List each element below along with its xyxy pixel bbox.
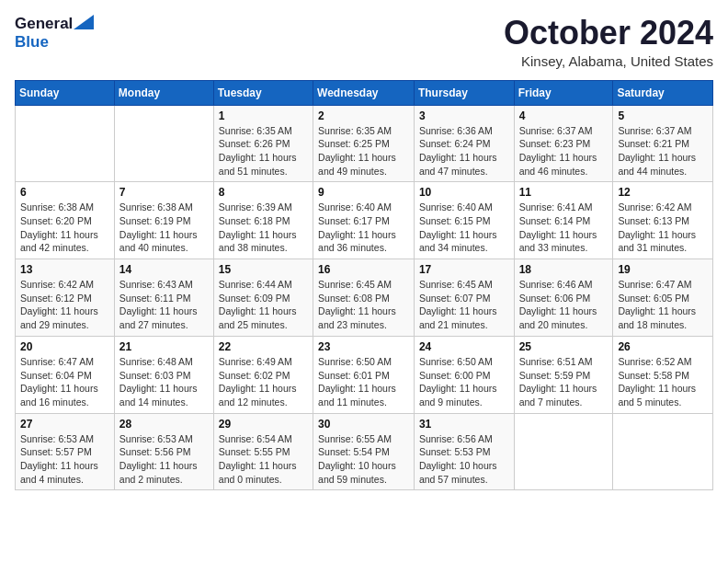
day-number: 8 [219, 186, 308, 199]
col-friday: Friday [514, 80, 613, 105]
calendar-day-cell: 29Sunrise: 6:54 AM Sunset: 5:55 PM Dayli… [213, 413, 313, 490]
day-number: 17 [419, 263, 509, 276]
logo-blue-text: Blue [15, 33, 49, 51]
col-saturday: Saturday [613, 80, 713, 105]
calendar-day-cell: 1Sunrise: 6:35 AM Sunset: 6:26 PM Daylig… [213, 105, 313, 182]
calendar-week-row: 13Sunrise: 6:42 AM Sunset: 6:12 PM Dayli… [16, 259, 713, 337]
day-number: 20 [20, 340, 109, 353]
day-number: 28 [119, 418, 209, 431]
calendar-week-row: 1Sunrise: 6:35 AM Sunset: 6:26 PM Daylig… [16, 105, 713, 182]
calendar-day-cell: 14Sunrise: 6:43 AM Sunset: 6:11 PM Dayli… [114, 259, 213, 337]
calendar-day-cell: 17Sunrise: 6:45 AM Sunset: 6:07 PM Dayli… [414, 259, 514, 337]
day-number: 26 [618, 340, 708, 353]
calendar-day-cell: 27Sunrise: 6:53 AM Sunset: 5:57 PM Dayli… [16, 413, 115, 490]
calendar-day-cell: 26Sunrise: 6:52 AM Sunset: 5:58 PM Dayli… [613, 336, 713, 413]
calendar-day-cell: 15Sunrise: 6:44 AM Sunset: 6:09 PM Dayli… [213, 259, 313, 337]
day-number: 31 [419, 418, 509, 431]
calendar-day-cell: 30Sunrise: 6:55 AM Sunset: 5:54 PM Dayli… [313, 413, 415, 490]
calendar-day-cell: 24Sunrise: 6:50 AM Sunset: 6:00 PM Dayli… [414, 336, 514, 413]
day-info: Sunrise: 6:38 AM Sunset: 6:20 PM Dayligh… [20, 201, 109, 255]
month-title: October 2024 [504, 15, 713, 52]
day-info: Sunrise: 6:38 AM Sunset: 6:19 PM Dayligh… [119, 201, 209, 255]
day-info: Sunrise: 6:35 AM Sunset: 6:25 PM Dayligh… [318, 124, 409, 178]
day-info: Sunrise: 6:44 AM Sunset: 6:09 PM Dayligh… [219, 278, 308, 332]
col-monday: Monday [114, 80, 213, 105]
calendar-day-cell: 9Sunrise: 6:40 AM Sunset: 6:17 PM Daylig… [313, 182, 415, 259]
day-number: 6 [20, 186, 109, 199]
day-number: 24 [419, 340, 509, 353]
day-info: Sunrise: 6:53 AM Sunset: 5:56 PM Dayligh… [119, 432, 209, 487]
day-info: Sunrise: 6:48 AM Sunset: 6:03 PM Dayligh… [119, 355, 209, 409]
calendar-day-cell [613, 413, 713, 490]
calendar-day-cell: 28Sunrise: 6:53 AM Sunset: 5:56 PM Dayli… [114, 413, 213, 490]
day-info: Sunrise: 6:40 AM Sunset: 6:15 PM Dayligh… [419, 201, 509, 255]
calendar-day-cell: 7Sunrise: 6:38 AM Sunset: 6:19 PM Daylig… [114, 182, 213, 259]
page-header: General Blue October 2024 Kinsey, Alabam… [15, 15, 713, 69]
calendar-day-cell: 13Sunrise: 6:42 AM Sunset: 6:12 PM Dayli… [16, 259, 115, 337]
calendar-day-cell: 16Sunrise: 6:45 AM Sunset: 6:08 PM Dayli… [313, 259, 415, 337]
location-subtitle: Kinsey, Alabama, United States [504, 53, 713, 69]
day-number: 21 [119, 340, 209, 353]
day-number: 16 [318, 263, 409, 276]
calendar-day-cell: 5Sunrise: 6:37 AM Sunset: 6:21 PM Daylig… [613, 105, 713, 182]
day-number: 3 [419, 109, 509, 122]
logo-general-text: General [15, 15, 73, 33]
day-number: 30 [318, 418, 409, 431]
day-info: Sunrise: 6:36 AM Sunset: 6:24 PM Dayligh… [419, 124, 509, 178]
day-number: 22 [219, 340, 308, 353]
day-number: 2 [318, 109, 409, 122]
calendar-day-cell: 21Sunrise: 6:48 AM Sunset: 6:03 PM Dayli… [114, 336, 213, 413]
day-info: Sunrise: 6:37 AM Sunset: 6:21 PM Dayligh… [618, 124, 708, 178]
col-sunday: Sunday [16, 80, 115, 105]
calendar-table: Sunday Monday Tuesday Wednesday Thursday… [15, 80, 713, 491]
day-number: 18 [519, 263, 609, 276]
day-number: 29 [219, 418, 308, 431]
logo-arrow-icon [74, 15, 94, 29]
calendar-week-row: 6Sunrise: 6:38 AM Sunset: 6:20 PM Daylig… [16, 182, 713, 259]
calendar-day-cell: 8Sunrise: 6:39 AM Sunset: 6:18 PM Daylig… [213, 182, 313, 259]
day-info: Sunrise: 6:55 AM Sunset: 5:54 PM Dayligh… [318, 432, 409, 487]
day-info: Sunrise: 6:46 AM Sunset: 6:06 PM Dayligh… [519, 278, 609, 332]
calendar-day-cell: 12Sunrise: 6:42 AM Sunset: 6:13 PM Dayli… [613, 182, 713, 259]
calendar-day-cell: 2Sunrise: 6:35 AM Sunset: 6:25 PM Daylig… [313, 105, 415, 182]
svg-marker-0 [74, 15, 94, 29]
day-number: 23 [318, 340, 409, 353]
day-info: Sunrise: 6:56 AM Sunset: 5:53 PM Dayligh… [419, 432, 509, 487]
calendar-day-cell [514, 413, 613, 490]
calendar-week-row: 20Sunrise: 6:47 AM Sunset: 6:04 PM Dayli… [16, 336, 713, 413]
day-info: Sunrise: 6:54 AM Sunset: 5:55 PM Dayligh… [219, 432, 308, 487]
day-number: 7 [119, 186, 209, 199]
calendar-header-row: Sunday Monday Tuesday Wednesday Thursday… [16, 80, 713, 105]
day-number: 1 [219, 109, 308, 122]
calendar-day-cell: 18Sunrise: 6:46 AM Sunset: 6:06 PM Dayli… [514, 259, 613, 337]
day-info: Sunrise: 6:45 AM Sunset: 6:08 PM Dayligh… [318, 278, 409, 332]
day-number: 13 [20, 263, 109, 276]
day-number: 10 [419, 186, 509, 199]
day-info: Sunrise: 6:51 AM Sunset: 5:59 PM Dayligh… [519, 355, 609, 409]
title-block: October 2024 Kinsey, Alabama, United Sta… [504, 15, 713, 69]
day-info: Sunrise: 6:39 AM Sunset: 6:18 PM Dayligh… [219, 201, 308, 255]
calendar-day-cell [16, 105, 115, 182]
day-info: Sunrise: 6:50 AM Sunset: 6:01 PM Dayligh… [318, 355, 409, 409]
calendar-day-cell: 19Sunrise: 6:47 AM Sunset: 6:05 PM Dayli… [613, 259, 713, 337]
calendar-day-cell [114, 105, 213, 182]
day-info: Sunrise: 6:47 AM Sunset: 6:05 PM Dayligh… [618, 278, 708, 332]
calendar-day-cell: 11Sunrise: 6:41 AM Sunset: 6:14 PM Dayli… [514, 182, 613, 259]
calendar-day-cell: 20Sunrise: 6:47 AM Sunset: 6:04 PM Dayli… [16, 336, 115, 413]
day-info: Sunrise: 6:50 AM Sunset: 6:00 PM Dayligh… [419, 355, 509, 409]
col-thursday: Thursday [414, 80, 514, 105]
logo: General Blue [15, 15, 94, 52]
day-number: 14 [119, 263, 209, 276]
day-info: Sunrise: 6:52 AM Sunset: 5:58 PM Dayligh… [618, 355, 708, 409]
day-info: Sunrise: 6:43 AM Sunset: 6:11 PM Dayligh… [119, 278, 209, 332]
day-info: Sunrise: 6:35 AM Sunset: 6:26 PM Dayligh… [219, 124, 308, 178]
day-info: Sunrise: 6:42 AM Sunset: 6:13 PM Dayligh… [618, 201, 708, 255]
calendar-day-cell: 3Sunrise: 6:36 AM Sunset: 6:24 PM Daylig… [414, 105, 514, 182]
day-info: Sunrise: 6:41 AM Sunset: 6:14 PM Dayligh… [519, 201, 609, 255]
calendar-day-cell: 23Sunrise: 6:50 AM Sunset: 6:01 PM Dayli… [313, 336, 415, 413]
calendar-day-cell: 10Sunrise: 6:40 AM Sunset: 6:15 PM Dayli… [414, 182, 514, 259]
day-number: 9 [318, 186, 409, 199]
day-info: Sunrise: 6:37 AM Sunset: 6:23 PM Dayligh… [519, 124, 609, 178]
calendar-day-cell: 4Sunrise: 6:37 AM Sunset: 6:23 PM Daylig… [514, 105, 613, 182]
day-info: Sunrise: 6:45 AM Sunset: 6:07 PM Dayligh… [419, 278, 509, 332]
